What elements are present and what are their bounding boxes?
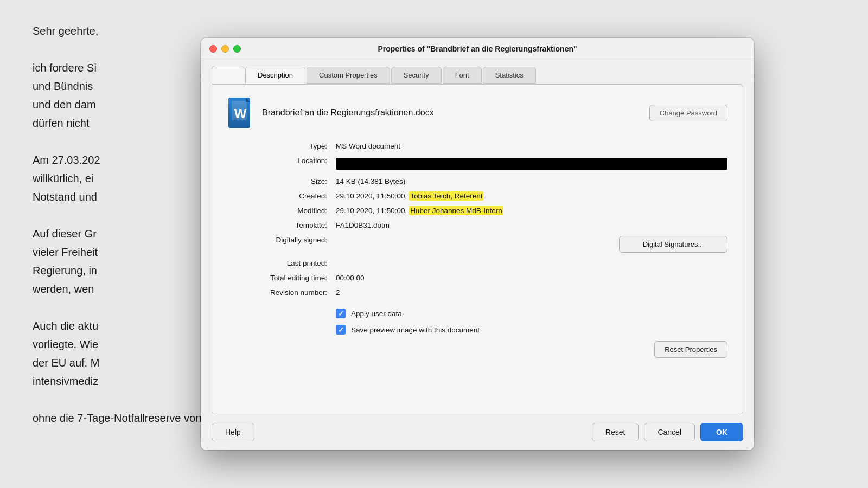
minimize-button[interactable] — [221, 45, 229, 53]
dialog-overlay: Properties of "Brandbrief an die Regieru… — [0, 0, 868, 488]
created-author: Tobias Teich, Referent — [409, 191, 483, 201]
size-value: 14 KB (14.381 Bytes) — [336, 174, 727, 189]
apply-user-data-row[interactable]: Apply user data — [336, 309, 727, 318]
cancel-button[interactable]: Cancel — [644, 423, 695, 441]
dialog-content: W Brandbrief an die Regierungsfraktionen… — [212, 84, 743, 414]
file-name: Brandbrief an die Regierungsfraktionen.d… — [262, 108, 649, 118]
revision-value: 2 — [336, 285, 727, 300]
properties-grid: Type: MS Word document Location: Size: 1… — [227, 139, 727, 358]
tab-custom-properties[interactable]: Custom Properties — [307, 67, 390, 84]
location-bar — [336, 158, 727, 170]
svg-text:W: W — [234, 106, 247, 121]
type-label: Type: — [227, 139, 336, 153]
type-value: MS Word document — [336, 139, 727, 153]
modified-label: Modified: — [227, 203, 336, 218]
created-date: 29.10.2020, 11:50:00, — [336, 192, 409, 200]
created-value: 29.10.2020, 11:50:00, Tobias Teich, Refe… — [336, 189, 727, 203]
reset-properties-section: Reset Properties — [227, 341, 727, 358]
tab-description[interactable]: Description — [245, 67, 305, 84]
dialog-title: Properties of "Brandbrief an die Regieru… — [378, 44, 577, 53]
template-label: Template: — [227, 218, 336, 233]
created-label: Created: — [227, 189, 336, 203]
digital-signatures-button[interactable]: Digital Signatures... — [619, 236, 727, 253]
modified-value: 29.10.2020, 11:50:00, Huber Johannes MdB… — [336, 203, 727, 218]
total-editing-label: Total editing time: — [227, 271, 336, 285]
tabs-bar: Description Custom Properties Security F… — [201, 60, 754, 84]
reset-properties-button[interactable]: Reset Properties — [654, 341, 727, 358]
properties-dialog: Properties of "Brandbrief an die Regieru… — [201, 38, 754, 450]
save-preview-row[interactable]: Save preview image with this document — [336, 325, 727, 335]
revision-label: Revision number: — [227, 285, 336, 300]
size-label: Size: — [227, 174, 336, 189]
word-file-icon: W — [227, 98, 253, 128]
digitally-signed-label: Digitally signed: — [227, 233, 336, 256]
save-preview-label: Save preview image with this document — [351, 326, 480, 334]
file-header: W Brandbrief an die Regierungsfraktionen… — [227, 98, 727, 128]
template-value: FA1D0B31.dotm — [336, 218, 727, 233]
maximize-button[interactable] — [233, 45, 241, 53]
reset-button[interactable]: Reset — [592, 423, 639, 441]
tab-empty[interactable] — [212, 66, 244, 84]
modified-author: Huber Johannes MdB-Intern — [409, 206, 503, 215]
close-button[interactable] — [209, 45, 217, 53]
location-label: Location: — [227, 153, 336, 174]
title-bar: Properties of "Brandbrief an die Regieru… — [201, 38, 754, 60]
tab-statistics[interactable]: Statistics — [483, 67, 536, 84]
apply-user-data-label: Apply user data — [351, 310, 402, 318]
modified-date: 29.10.2020, 11:50:00, — [336, 207, 409, 215]
location-value — [336, 153, 727, 174]
change-password-button[interactable]: Change Password — [649, 105, 727, 121]
total-editing-value: 00:00:00 — [336, 271, 727, 285]
tab-font[interactable]: Font — [443, 67, 482, 84]
bottom-row: Help Reset Cancel OK — [201, 414, 754, 450]
tab-security[interactable]: Security — [391, 67, 442, 84]
apply-user-data-checkbox[interactable] — [336, 309, 346, 318]
digitally-signed-row: Digital Signatures... — [336, 233, 727, 256]
ok-button[interactable]: OK — [700, 423, 743, 441]
help-button[interactable]: Help — [212, 423, 254, 441]
bottom-buttons: Help Reset Cancel OK — [212, 423, 743, 441]
last-printed-label: Last printed: — [227, 256, 336, 271]
save-preview-checkbox[interactable] — [336, 325, 346, 335]
last-printed-value — [336, 256, 727, 271]
traffic-lights — [209, 45, 241, 53]
checkboxes-section: Apply user data Save preview image with … — [227, 302, 727, 335]
